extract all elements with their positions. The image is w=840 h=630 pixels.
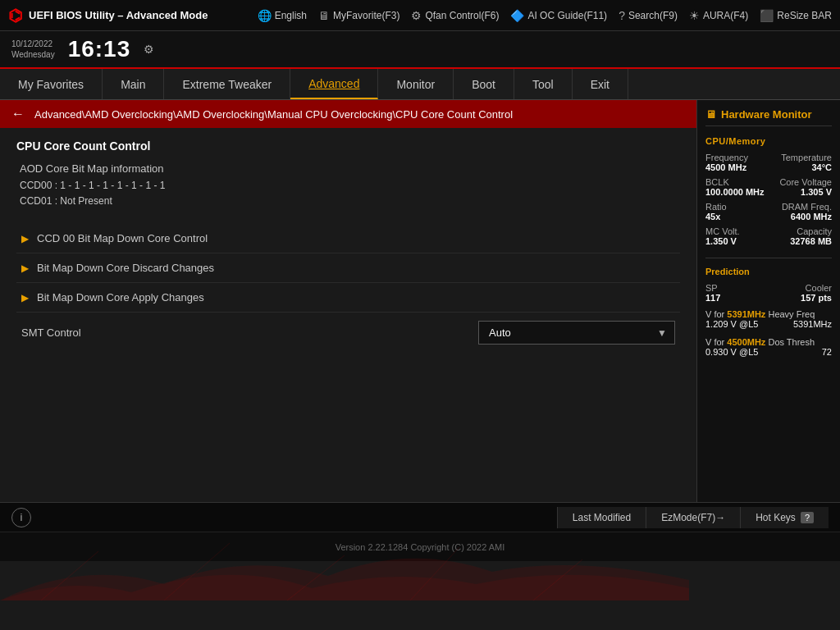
cooler-value: 157 pts <box>801 293 832 303</box>
sp-value: 117 <box>705 293 720 303</box>
ccd01-value: CCD01 : Not Present <box>20 194 680 209</box>
monitor-icon: 🖥 <box>705 108 716 121</box>
app-title: UEFI BIOS Utility – Advanced Mode <box>29 9 208 21</box>
qfan-icon: ⚙ <box>411 9 422 22</box>
day-display: Wednesday <box>11 49 55 60</box>
ccd00-bitmap-row[interactable]: ▶ CCD 00 Bit Map Down Core Control <box>16 224 680 253</box>
nav-tool[interactable]: Tool <box>514 69 573 99</box>
freq-temp-row: Frequency 4500 MHz Temperature 34°C <box>705 153 832 172</box>
mc-volt-value: 1.350 V <box>705 236 740 246</box>
ez-mode-button[interactable]: EzMode(F7)→ <box>646 507 740 528</box>
dram-freq-value: 6400 MHz <box>782 212 832 221</box>
qfan-button[interactable]: ⚙ Qfan Control(F6) <box>411 9 499 22</box>
aioc-button[interactable]: 🔷 AI OC Guide(F11) <box>510 9 607 22</box>
aod-info-block: AOD Core Bit Map information CCD00 : 1 -… <box>16 162 680 209</box>
myfavorite-button[interactable]: 🖥 MyFavorite(F3) <box>318 9 399 22</box>
bclk-label: BCLK <box>705 177 765 187</box>
bitmap-discard-row[interactable]: ▶ Bit Map Down Core Discard Changes <box>16 253 680 283</box>
nav-exit[interactable]: Exit <box>573 69 628 99</box>
prediction-section: Prediction SP 117 Cooler 157 pts V for 5… <box>705 267 832 357</box>
bclk-value: 100.0000 MHz <box>705 187 765 197</box>
sp-label: SP <box>705 283 720 293</box>
smt-dropdown-wrapper: Auto Disabled ▼ <box>478 321 675 345</box>
svg-line-4 <box>533 559 582 600</box>
bitmap-apply-row[interactable]: ▶ Bit Map Down Core Apply Changes <box>16 283 680 313</box>
bitmap-apply-label: Bit Map Down Core Apply Changes <box>37 291 204 304</box>
breadcrumb-bar: ← Advanced\AMD Overclocking\AMD Overcloc… <box>0 100 696 128</box>
predict2-block: V for 4500MHz Dos Thresh 0.930 V @L5 72 <box>705 337 832 357</box>
nav-bar: My Favorites Main Extreme Tweaker Advanc… <box>0 69 840 100</box>
resize-bar-button[interactable]: ⬛ ReSize BAR <box>760 9 832 22</box>
predict1-block: V for 5391MHz Heavy Freq 1.209 V @L5 539… <box>705 309 832 329</box>
sun-icon: ☀ <box>689 9 700 22</box>
hot-keys-icon: ? <box>801 512 814 523</box>
settings-content: CPU Core Count Control AOD Core Bit Map … <box>0 128 696 364</box>
resize-icon: ⬛ <box>760 9 774 22</box>
nav-advanced[interactable]: Advanced <box>290 69 378 99</box>
expand-icon: ▶ <box>21 262 29 274</box>
section-title: CPU Core Count Control <box>16 139 680 153</box>
clock-bar: 10/12/2022 Wednesday 16:13 ⚙ <box>0 31 840 69</box>
capacity-label: Capacity <box>790 226 832 236</box>
temperature-value: 34°C <box>781 162 832 172</box>
cpu-memory-title: CPU/Memory <box>705 136 832 146</box>
clock-settings-icon[interactable]: ⚙ <box>144 43 154 56</box>
question-icon: ? <box>619 9 625 22</box>
language-button[interactable]: 🌐 English <box>258 9 307 22</box>
date-display: 10/12/2022 <box>11 39 55 49</box>
sp-cooler-row: SP 117 Cooler 157 pts <box>705 283 832 303</box>
sidebar-divider <box>705 258 832 258</box>
search-button[interactable]: ? Search(F9) <box>619 9 678 22</box>
aura-button[interactable]: ☀ AURA(F4) <box>689 9 748 22</box>
ccd00-bitmap-label: CCD 00 Bit Map Down Core Control <box>37 232 208 244</box>
core-voltage-label: Core Voltage <box>779 177 832 187</box>
content-area: ← Advanced\AMD Overclocking\AMD Overcloc… <box>0 100 696 502</box>
smt-label: SMT Control <box>21 326 81 339</box>
core-voltage-value: 1.305 V <box>779 187 832 197</box>
bottom-right-buttons: Last Modified EzMode(F7)→ Hot Keys ? <box>557 507 829 528</box>
expand-icon: ▶ <box>21 292 29 304</box>
logo-area: ⌬ UEFI BIOS Utility – Advanced Mode <box>8 6 208 25</box>
smt-select-wrapper: Auto Disabled ▼ <box>478 321 675 345</box>
aioc-icon: 🔷 <box>510 9 524 22</box>
temperature-label: Temperature <box>781 153 832 162</box>
cooler-label: Cooler <box>801 283 832 293</box>
smt-control-row: SMT Control Auto Disabled ▼ <box>16 313 680 353</box>
language-icon: 🌐 <box>258 9 272 22</box>
mc-volt-label: MC Volt. <box>705 226 740 236</box>
smt-select[interactable]: Auto Disabled <box>478 321 675 345</box>
ccd00-value: CCD00 : 1 - 1 - 1 - 1 - 1 - 1 - 1 - 1 <box>20 178 680 194</box>
dram-freq-label: DRAM Freq. <box>782 202 832 212</box>
ratio-label: Ratio <box>705 202 727 212</box>
bottom-status-bar: i Last Modified EzMode(F7)→ Hot Keys ? <box>0 502 840 532</box>
ratio-dram-row: Ratio 45x DRAM Freq. 6400 MHz <box>705 202 832 221</box>
nav-boot[interactable]: Boot <box>454 69 514 99</box>
nav-extreme-tweaker[interactable]: Extreme Tweaker <box>164 69 290 99</box>
nav-main[interactable]: Main <box>103 69 164 99</box>
predict1-freq: 5391MHz <box>727 309 765 319</box>
aod-label: AOD Core Bit Map information <box>20 162 680 175</box>
hardware-monitor-sidebar: 🖥 Hardware Monitor CPU/Memory Frequency … <box>696 100 840 502</box>
svg-line-2 <box>287 555 345 600</box>
expand-icon: ▶ <box>21 233 29 244</box>
prediction-title: Prediction <box>705 267 832 276</box>
date-block: 10/12/2022 Wednesday <box>11 39 55 60</box>
breadcrumb-back-button[interactable]: ← <box>11 107 25 121</box>
cpu-memory-section: CPU/Memory Frequency 4500 MHz Temperatur… <box>705 136 832 246</box>
hot-keys-button[interactable]: Hot Keys ? <box>740 507 829 528</box>
info-button[interactable]: i <box>11 508 31 527</box>
capacity-value: 32768 MB <box>790 236 832 246</box>
nav-monitor[interactable]: Monitor <box>378 69 454 99</box>
asus-logo: ⌬ <box>8 6 22 25</box>
frequency-label: Frequency <box>705 153 748 162</box>
predict2-v-value: 0.930 V @L5 <box>705 347 758 357</box>
top-bar: ⌬ UEFI BIOS Utility – Advanced Mode 🌐 En… <box>0 0 840 31</box>
frequency-value: 4500 MHz <box>705 162 748 172</box>
predict2-freq: 4500MHz <box>727 337 765 347</box>
footer: Version 2.22.1284 Copyright (C) 2022 AMI <box>0 532 840 561</box>
footer-text: Version 2.22.1284 Copyright (C) 2022 AMI <box>336 542 505 552</box>
mc-volt-capacity-row: MC Volt. 1.350 V Capacity 32768 MB <box>705 226 832 246</box>
nav-my-favorites[interactable]: My Favorites <box>0 69 103 99</box>
main-layout: ← Advanced\AMD Overclocking\AMD Overcloc… <box>0 100 840 502</box>
last-modified-button[interactable]: Last Modified <box>557 507 646 528</box>
